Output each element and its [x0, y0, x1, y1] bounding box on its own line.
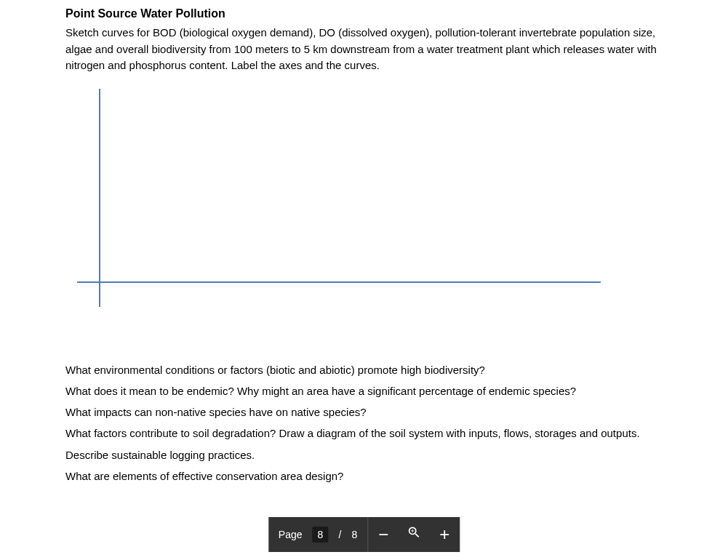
question-item: What are elements of effective conservat… [65, 468, 663, 484]
zoom-out-button[interactable]: − [368, 517, 399, 552]
instructions-text: Sketch curves for BOD (biological oxygen… [65, 25, 663, 74]
x-axis [77, 281, 601, 283]
question-item: Describe sustainable logging practices. [65, 447, 663, 463]
current-page-input[interactable]: 8 [313, 527, 329, 543]
question-item: What impacts can non-native species have… [65, 404, 663, 420]
question-item: What does it mean to be endemic? Why mig… [65, 383, 663, 399]
page-label-text: Page [279, 529, 303, 540]
y-axis [99, 89, 100, 307]
total-pages: 8 [351, 529, 357, 540]
question-item: What factors contribute to soil degradat… [65, 425, 663, 441]
zoom-in-button[interactable]: + [429, 517, 460, 552]
pdf-toolbar: Page 8 / 8 − + [268, 517, 460, 552]
zoom-reset-button[interactable] [399, 517, 429, 552]
questions-list: What environmental conditions or factors… [65, 361, 663, 485]
plus-icon: + [439, 526, 449, 543]
minus-icon: − [378, 526, 388, 543]
section-title: Point Source Water Pollution [65, 7, 663, 20]
page-separator: / [339, 529, 342, 540]
document-page: Point Source Water Pollution Sketch curv… [0, 0, 728, 503]
zoom-icon [407, 525, 421, 544]
question-item: What environmental conditions or factors… [65, 361, 663, 378]
page-indicator: Page 8 / 8 [268, 517, 367, 552]
blank-graph [73, 89, 663, 314]
